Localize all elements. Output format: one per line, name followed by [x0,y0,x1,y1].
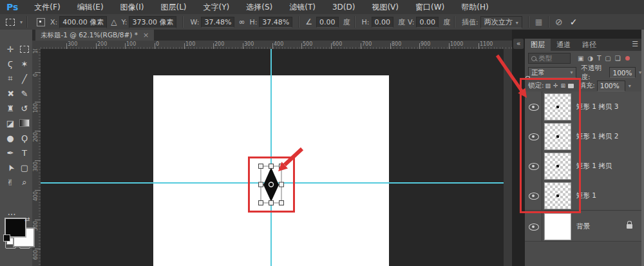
layer-name[interactable]: 背景 [576,222,590,231]
menu-item-3D[interactable]: 3D(D) [324,0,363,14]
chevron-down-icon: ▾ [516,20,518,26]
chevron-down-icon[interactable]: ▾ [639,70,641,75]
panel-tab-通道[interactable]: 通道 [551,39,576,51]
menu-item-编辑[interactable]: 编辑(E) [69,0,112,14]
menu-item-帮助[interactable]: 帮助(H) [453,0,497,14]
separator [454,16,455,28]
skew-h-label: H: [362,18,370,26]
dodge-tool[interactable]: Ϙ [18,131,31,144]
ruler-tick [419,43,420,49]
scrollbar-track[interactable] [504,49,512,266]
close-tab-icon[interactable]: × [143,31,149,39]
pen-tool[interactable]: ✒ [4,146,17,159]
filter-kind-icon[interactable]: ◑ [587,55,593,62]
cancel-transform-icon[interactable]: ⊘ [555,17,563,27]
layer-name[interactable]: 矩形 1 拷贝 3 [576,102,618,111]
height-field[interactable]: 37.48% [259,17,292,28]
lasso-tool[interactable]: Ϛ [4,57,17,70]
menu-item-视图[interactable]: 视图(V) [363,0,407,14]
marquee-tool[interactable] [18,43,31,55]
x-position-field[interactable]: 400.00 像素 [59,16,107,28]
eraser-tool[interactable]: ◪ [4,117,17,129]
swap-colors-icon[interactable]: ⇄ [24,216,30,223]
link-dimensions-icon[interactable]: ∞ [238,17,245,26]
warp-mode-icon[interactable]: ▦ [535,17,542,26]
separator [26,16,28,28]
layer-thumbnail[interactable] [544,213,571,240]
filter-kind-icon[interactable]: ❏ [615,55,621,62]
filter-kind-icon[interactable]: ▣ [578,55,583,62]
ruler-tick [35,72,41,73]
move-tool[interactable]: ✛ [4,43,17,55]
eyedropper-tool[interactable]: ╱ [18,72,31,85]
path-select-tool[interactable]: ➤ [4,161,17,174]
brush-tool[interactable]: ✎ [18,87,31,100]
y-position-field[interactable]: 373.00 像素 [129,16,176,28]
zoom-tool[interactable]: ⌕ [18,176,31,189]
ruler-tick [96,43,97,49]
commit-transform-icon[interactable]: ✓ [570,17,578,27]
default-colors-icon[interactable] [3,234,10,242]
filter-kind-icon[interactable]: T [597,55,601,62]
chevron-down-icon[interactable]: ▾ [629,83,631,89]
menu-item-图层[interactable]: 图层(L) [152,0,194,14]
skew-h-field[interactable]: 0.00 [372,17,394,28]
menu-item-文件[interactable]: 文件(F) [26,0,68,14]
menu-item-选择[interactable]: 选择(S) [238,0,281,14]
reference-point-locator[interactable] [37,18,45,26]
width-field[interactable]: 37.48% [201,17,234,28]
panel-tab-图层[interactable]: 图层 [525,39,551,51]
filter-toggle-icon[interactable] [625,56,630,61]
history-brush-tool[interactable]: ↺ [18,102,31,115]
gradient-tool[interactable] [18,117,31,129]
ruler-tick [331,43,332,49]
ruler-tick [478,43,479,49]
healing-brush-tool[interactable]: ✚ [4,87,17,100]
interpolation-label: 插值: [462,17,478,27]
hand-tool[interactable]: ✌ [4,176,17,189]
collapse-panels-button[interactable]: « [513,39,524,49]
magic-wand-tool[interactable]: ✶ [18,57,31,70]
horizontal-ruler[interactable]: 3002001000100200300400500600700800900100… [41,41,512,50]
rotation-field[interactable]: 0.00 [316,17,339,28]
ruler-tick [449,43,450,49]
crop-tool[interactable]: ⌗ [4,72,17,85]
menu-item-文字[interactable]: 文字(Y) [195,0,238,14]
fill-field[interactable]: 100% [597,81,625,91]
layer-row[interactable]: 背景 [525,211,641,242]
ruler-label: 500 [303,41,312,47]
ruler-tick [213,43,214,49]
eye-icon[interactable] [529,223,539,231]
menu-item-滤镜[interactable]: 滤镜(T) [281,0,324,14]
opacity-field[interactable]: 100% [609,67,636,78]
type-tool[interactable]: T [18,146,31,159]
blur-tool[interactable]: ● [4,131,17,144]
ruler-corner[interactable] [32,41,41,50]
interpolation-dropdown[interactable]: 两次立方▾ [480,16,522,28]
ruler-tick [243,43,243,49]
separator [548,16,549,28]
panel-tab-路径[interactable]: 路径 [576,39,602,51]
clone-stamp-tool[interactable]: ♜ [4,102,17,115]
panel-menu-icon[interactable]: ☰ [632,40,638,48]
layer-name[interactable]: 矩形 1 拷贝 [576,162,612,171]
menu-item-图像[interactable]: 图像(I) [112,0,153,14]
skew-v-field[interactable]: 0.00 [416,17,439,28]
document-tab[interactable]: 未标题-1 @ 62.1%(RGB/8#) *× [35,30,154,41]
rotate-angle-icon: ∠ [305,17,312,26]
filter-type-dropdown[interactable]: 类型 [528,53,571,64]
shape-tool[interactable]: ▢ [18,161,31,174]
menu-item-窗口[interactable]: 窗口(W) [407,0,453,14]
search-icon [531,56,536,61]
visibility-column [525,211,542,241]
interpolation-value: 两次立方 [484,18,513,26]
tool-preset-icon[interactable] [4,15,17,28]
layer-name[interactable]: 矩形 1 拷贝 2 [576,132,618,141]
filter-kind-icon[interactable]: ▢ [605,55,611,62]
ruler-label: 700 [362,41,372,47]
blend-mode-dropdown[interactable]: 正常▾ [528,67,576,78]
tool-preset-chevron-icon[interactable]: ▾ [20,19,23,25]
relative-position-icon[interactable]: △ [111,17,117,26]
ruler-label: 900 [421,41,430,47]
ruler-tick [361,43,361,49]
